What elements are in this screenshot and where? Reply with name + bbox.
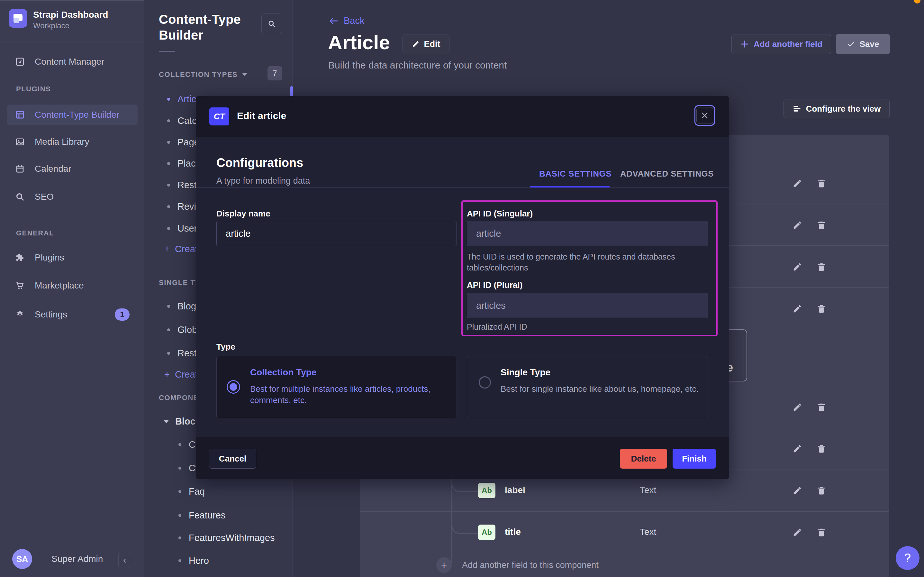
avatar[interactable]: SA xyxy=(12,549,32,569)
active-tab-underline xyxy=(530,186,609,187)
collection-type-item[interactable]: Artic xyxy=(167,94,196,105)
collection-types-header[interactable]: COLLECTION TYPES xyxy=(159,71,247,79)
collection-types-count-badge: 7 xyxy=(267,66,282,81)
edit-field-button[interactable] xyxy=(792,262,802,272)
close-button-focus-ring xyxy=(694,105,715,126)
sidebar-item-content-manager[interactable]: Content Manager xyxy=(7,52,138,72)
seo-search-icon xyxy=(15,192,25,201)
delete-field-button[interactable] xyxy=(816,262,826,272)
component-item[interactable]: Hero xyxy=(178,556,209,566)
tab-basic-settings[interactable]: BASIC SETTINGS xyxy=(539,169,612,179)
single-types-header[interactable]: SINGLE TY xyxy=(159,279,201,287)
edit-field-button[interactable] xyxy=(792,304,802,314)
edit-field-button[interactable] xyxy=(792,444,802,453)
collection-type-option[interactable]: Collection Type Best for multiple instan… xyxy=(216,356,457,418)
delete-field-button[interactable] xyxy=(816,220,826,230)
tab-advanced-settings[interactable]: ADVANCED SETTINGS xyxy=(620,169,714,179)
single-type-item[interactable]: Glob xyxy=(167,324,197,335)
delete-field-button[interactable] xyxy=(816,402,826,412)
component-item[interactable]: Features xyxy=(178,510,225,521)
help-button[interactable]: ? xyxy=(896,546,919,570)
collection-type-item[interactable]: Rest xyxy=(167,180,197,190)
single-type-item[interactable]: Rest xyxy=(167,348,197,359)
delete-field-button[interactable] xyxy=(816,527,826,537)
single-type-option[interactable]: Single Type Best for single instance lik… xyxy=(467,356,708,418)
type-label: Type xyxy=(216,342,235,352)
sidebar-item-label: Media Library xyxy=(35,137,89,147)
delete-field-button[interactable] xyxy=(816,444,826,453)
calendar-icon xyxy=(15,164,25,174)
sidebar-item-label: Calendar xyxy=(35,164,71,174)
panel-title: Content-Type Builder xyxy=(159,11,259,43)
delete-button[interactable]: Delete xyxy=(620,449,667,469)
field-type: Text xyxy=(640,527,656,537)
delete-field-button[interactable] xyxy=(816,179,826,188)
edit-button[interactable]: Edit xyxy=(403,34,450,54)
cancel-button[interactable]: Cancel xyxy=(209,449,256,469)
add-field-to-component-row[interactable]: + Add another field to this component xyxy=(360,556,889,577)
components-header[interactable]: COMPONE xyxy=(159,394,199,402)
component-item[interactable]: Faq xyxy=(178,486,205,497)
sidebar-item-label: Settings xyxy=(35,309,67,320)
table-row: Ab title Text xyxy=(360,512,889,553)
plus-icon: + xyxy=(164,244,170,255)
component-item[interactable]: Ct xyxy=(178,463,198,474)
option-title: Single Type xyxy=(501,367,550,377)
sidebar-item-marketplace[interactable]: Marketplace xyxy=(7,275,138,296)
page-subtitle: Build the data architecture of your cont… xyxy=(328,60,507,71)
app-title: Strapi Dashboard xyxy=(33,10,108,20)
arrow-left-icon xyxy=(329,16,339,26)
modal-footer: Cancel Delete Finish xyxy=(196,437,729,479)
finish-button[interactable]: Finish xyxy=(673,449,716,469)
option-description: Best for single instance like about us, … xyxy=(501,384,706,395)
collapse-sidebar-button[interactable]: ‹ xyxy=(118,552,131,568)
plus-icon xyxy=(740,40,749,48)
sidebar-item-label: Plugins xyxy=(35,253,64,263)
collection-type-item[interactable]: User xyxy=(167,223,197,234)
sidebar-item-calendar[interactable]: Calendar xyxy=(7,159,138,179)
modal-title: Edit article xyxy=(237,110,286,121)
edit-field-button[interactable] xyxy=(792,179,802,188)
delete-field-button[interactable] xyxy=(816,486,826,495)
component-item[interactable]: FeaturesWithImages xyxy=(178,533,275,543)
sidebar-item-content-type-builder[interactable]: Content-Type Builder xyxy=(7,105,138,125)
pencil-icon xyxy=(412,40,419,48)
edit-field-button[interactable] xyxy=(792,402,802,412)
sidebar-divider xyxy=(0,42,144,42)
puzzle-icon xyxy=(15,253,25,263)
strapi-app: Strapi Dashboard Workplace Content Manag… xyxy=(0,0,924,577)
display-name-input[interactable]: article xyxy=(216,221,457,246)
sidebar-item-settings[interactable]: Settings 1 xyxy=(7,304,138,325)
configure-list-icon xyxy=(792,104,802,113)
collection-type-item[interactable]: Cate xyxy=(167,116,197,126)
single-type-item[interactable]: Blog xyxy=(167,301,196,312)
api-id-singular-help: The UID is used to generate the API rout… xyxy=(467,251,685,273)
close-button[interactable] xyxy=(696,107,713,124)
collection-type-item[interactable]: Revi xyxy=(167,201,196,212)
save-button[interactable]: Save xyxy=(836,34,890,54)
modal-header: CT Edit article xyxy=(196,96,729,137)
configure-the-view-button[interactable]: Configure the view xyxy=(784,99,890,118)
collection-type-item[interactable]: Plac xyxy=(167,158,196,169)
api-id-singular-input[interactable]: article xyxy=(467,221,708,246)
edit-field-button[interactable] xyxy=(792,486,802,495)
api-id-plural-input[interactable]: articles xyxy=(467,293,708,318)
back-link[interactable]: Back xyxy=(329,15,364,26)
settings-badge: 1 xyxy=(115,308,130,321)
edit-field-button[interactable] xyxy=(792,220,802,230)
option-description: Best for multiple instances like article… xyxy=(250,384,453,406)
field-name: label xyxy=(505,485,525,495)
sidebar-item-plugins[interactable]: Plugins xyxy=(7,247,138,268)
edit-field-button[interactable] xyxy=(792,527,802,537)
sidebar-item-media-library[interactable]: Media Library xyxy=(7,132,138,152)
sidebar-item-seo[interactable]: SEO xyxy=(7,187,138,207)
sidebar-footer-divider xyxy=(0,540,144,540)
component-item[interactable]: Ct xyxy=(178,439,198,450)
collection-type-item[interactable]: Page xyxy=(167,137,199,148)
delete-field-button[interactable] xyxy=(816,304,826,314)
gear-icon xyxy=(15,310,25,319)
workspace-label: Workplace xyxy=(33,21,69,30)
add-another-field-button[interactable]: Add another field xyxy=(731,34,831,54)
search-button[interactable] xyxy=(261,13,282,34)
component-group-blocks[interactable]: Bloc xyxy=(164,416,196,427)
